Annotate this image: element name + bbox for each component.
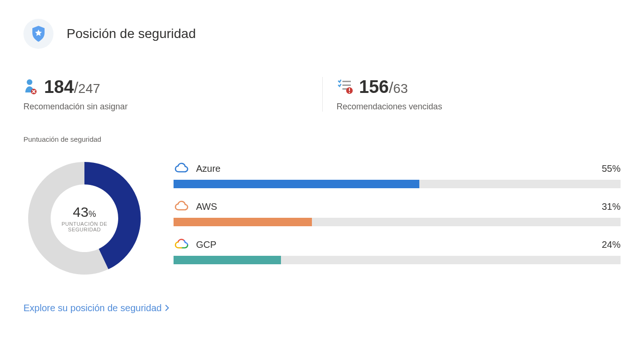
checklist-alert-icon xyxy=(337,78,353,96)
unassigned-value: 184 xyxy=(44,77,74,97)
provider-row: GCP 24% xyxy=(174,237,621,264)
provider-pct: 24% xyxy=(602,239,621,250)
progress-track xyxy=(174,180,621,188)
provider-name: AWS xyxy=(196,201,217,212)
metric-unassigned: 184/247 Recomendación sin asignar xyxy=(23,77,322,112)
progress-track xyxy=(174,218,621,226)
page-header: Posición de seguridad xyxy=(23,19,621,49)
svg-rect-2 xyxy=(342,81,351,82)
chevron-right-icon xyxy=(165,303,169,314)
svg-rect-3 xyxy=(342,84,351,86)
metrics-row: 184/247 Recomendación sin asignar 156 xyxy=(23,77,621,112)
unassigned-total: 247 xyxy=(78,81,100,96)
unassigned-label: Recomendación sin asignar xyxy=(23,102,322,112)
overdue-label: Recomendaciones vencidas xyxy=(337,102,621,112)
page-title: Posición de seguridad xyxy=(67,26,196,41)
explore-link[interactable]: Explore su posición de seguridad xyxy=(23,303,169,314)
metric-overdue: 156/63 Recomendaciones vencidas xyxy=(322,77,621,112)
svg-point-0 xyxy=(27,79,32,85)
progress-fill xyxy=(174,180,419,188)
overdue-total: 63 xyxy=(393,81,408,96)
provider-name: GCP xyxy=(196,239,216,250)
score-donut: 43% PUNTUACIÓN DE SEGURIDAD xyxy=(23,157,145,279)
cloud-icon xyxy=(174,161,189,176)
provider-row: AWS 31% xyxy=(174,199,621,226)
score-value: 43 xyxy=(73,204,88,220)
explore-link-label: Explore su posición de seguridad xyxy=(23,303,162,314)
svg-rect-7 xyxy=(349,92,350,93)
percent-symbol: % xyxy=(89,209,96,219)
cloud-icon xyxy=(174,237,189,252)
provider-name: Azure xyxy=(196,163,220,174)
progress-track xyxy=(174,256,621,264)
provider-pct: 31% xyxy=(602,201,621,212)
provider-pct: 55% xyxy=(602,163,621,174)
svg-rect-6 xyxy=(349,88,350,91)
progress-fill xyxy=(174,218,312,226)
provider-bars: Azure 55% AWS 31% xyxy=(174,161,621,276)
score-section-label: Puntuación de seguridad xyxy=(23,135,621,143)
user-alert-icon xyxy=(23,78,38,96)
score-caption: PUNTUACIÓN DE SEGURIDAD xyxy=(47,221,122,232)
progress-fill xyxy=(174,256,281,264)
overdue-value: 156 xyxy=(359,77,389,97)
cloud-icon xyxy=(174,199,189,214)
shield-icon xyxy=(23,19,53,49)
provider-row: Azure 55% xyxy=(174,161,621,188)
score-area: 43% PUNTUACIÓN DE SEGURIDAD Azure 55% AW… xyxy=(23,157,621,279)
